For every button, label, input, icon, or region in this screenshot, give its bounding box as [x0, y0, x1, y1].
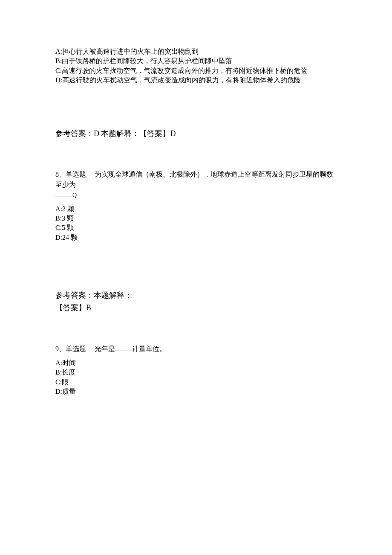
- blank-fill: [55, 190, 72, 197]
- q8-answer-block: 参考答案：本题解释： 【答案】B: [55, 289, 337, 314]
- q8-option-d: D:24 颗: [55, 233, 337, 242]
- q7-option-c: C:高速行驶的火车扰动空气，气流改变造成向外的推力，有将附近物体推下桥的危险: [55, 66, 337, 76]
- q8-option-b: B:3 颗: [55, 214, 337, 223]
- q9-type: 单选题: [66, 344, 86, 354]
- q9-option-b: B:长度: [55, 368, 337, 377]
- q9-text-before: 光年是: [95, 345, 115, 352]
- q7-option-b: B:由于铁路桥的护栏间隙较大，行人容易从护栏间隙中坠落: [55, 56, 337, 66]
- q8-answer-line2: 【答案】B: [55, 302, 337, 314]
- q8-answer-line1: 参考答案：本题解释：: [55, 289, 337, 302]
- q7-answer: 参考答案：D 本题解释：【答案】D: [55, 128, 337, 139]
- q8-type: 单选题: [66, 169, 86, 180]
- q9-option-d: D:质量: [55, 387, 337, 396]
- question-8-options: A:2 颗 B:3 颗 C:5 颗 D:24 颗: [55, 204, 337, 243]
- question-7-options: A:担心行人被高速行进中的火车上的突出物刮到 B:由于铁路桥的护栏间隙较大，行人…: [55, 47, 337, 85]
- q9-option-a: A:时间: [55, 358, 337, 368]
- q8-text: 8、单选题为实现全球通信（南极、北极除外），地球赤道上空等距离发射同步卫星的颗数…: [55, 169, 337, 190]
- q8-option-a: A:2 颗: [55, 204, 337, 214]
- question-8: 8、单选题为实现全球通信（南极、北极除外），地球赤道上空等距离发射同步卫星的颗数…: [55, 169, 337, 200]
- q9-number: 9、: [55, 345, 66, 352]
- q8-blank-line: Q: [55, 190, 337, 200]
- q7-option-d: D:高速行驶的火车扰动空气，气流改变造成向内的吸力，有将附近物体卷入的危险: [55, 76, 337, 85]
- q8-body: 为实现全球通信（南极、北极除外），地球赤道上空等距离发射同步卫星的颗数至少为: [55, 171, 333, 188]
- question-9: 9、单选题光年是计量单位。: [55, 344, 337, 354]
- q8-option-c: C:5 颗: [55, 223, 337, 232]
- q8-small-q: Q: [72, 192, 77, 198]
- blank-fill: [115, 344, 132, 351]
- q7-option-a: A:担心行人被高速行进中的火车上的突出物刮到: [55, 47, 337, 56]
- q9-option-c: C:限: [55, 378, 337, 387]
- q8-number: 8、: [55, 171, 66, 178]
- q9-text: 9、单选题光年是计量单位。: [55, 344, 337, 354]
- question-9-options: A:时间 B:长度 C:限 D:质量: [55, 358, 337, 397]
- q9-text-after: 计量单位。: [132, 345, 166, 352]
